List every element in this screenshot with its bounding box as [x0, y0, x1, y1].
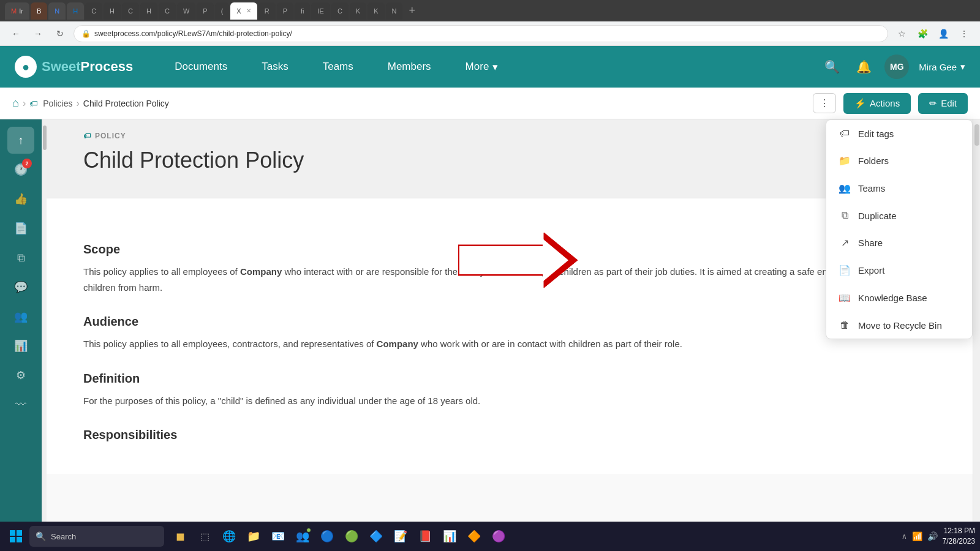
- browser-toolbar: ← → ↻ 🔒 sweetprocess.com/policy/RLewS7Am…: [0, 21, 980, 46]
- taskbar-taskview-icon[interactable]: ⬚: [194, 525, 216, 547]
- sidebar-upload-icon[interactable]: ↑: [7, 127, 34, 154]
- profile-btn[interactable]: 👤: [935, 25, 952, 42]
- taskbar-acrobat-icon[interactable]: 📕: [414, 525, 436, 547]
- tab-20[interactable]: K: [368, 2, 384, 20]
- user-avatar[interactable]: MG: [884, 54, 909, 79]
- nav-tasks[interactable]: Tasks: [244, 46, 305, 88]
- start-button[interactable]: [5, 525, 27, 547]
- taskbar-wifi-icon[interactable]: 📶: [912, 531, 922, 541]
- tab-19[interactable]: K: [350, 2, 366, 20]
- policy-label: 🏷 POLICY: [83, 132, 936, 140]
- breadcrumb-policies[interactable]: 🏷 Policies: [29, 99, 72, 108]
- right-scroll-thumb[interactable]: [974, 124, 979, 146]
- breadcrumb-sep-2: ›: [76, 98, 79, 109]
- bookmark-btn[interactable]: ☆: [893, 25, 910, 42]
- nav-more[interactable]: More ▾: [448, 46, 516, 88]
- tab-16[interactable]: fi: [295, 2, 311, 20]
- actions-button[interactable]: ⚡ Actions: [843, 93, 911, 114]
- breadcrumb-home[interactable]: ⌂: [12, 97, 19, 110]
- tab-9[interactable]: C: [159, 2, 176, 20]
- tab-18[interactable]: C: [331, 2, 349, 20]
- taskbar-app3-icon[interactable]: 🟣: [488, 525, 510, 547]
- sidebar-badge: 2: [22, 159, 32, 168]
- search-icon: 🔍: [36, 531, 46, 541]
- taskbar-widgets-icon[interactable]: ◼: [169, 525, 191, 547]
- scroll-track[interactable]: [42, 119, 47, 523]
- extensions-btn[interactable]: 🧩: [914, 25, 931, 42]
- dropdown-edit-tags[interactable]: 🏷 Edit tags: [826, 120, 972, 147]
- tab-12[interactable]: (: [215, 2, 230, 20]
- more-btn[interactable]: ⋮: [956, 25, 973, 42]
- svg-rect-4: [17, 530, 22, 536]
- tab-8[interactable]: H: [140, 2, 157, 20]
- nav-teams[interactable]: Teams: [306, 46, 371, 88]
- tab-6[interactable]: H: [104, 2, 121, 20]
- nav-documents[interactable]: Documents: [157, 46, 244, 88]
- definition-heading: Definition: [83, 372, 936, 386]
- taskbar-teams-icon[interactable]: 👥: [292, 525, 314, 547]
- tab-2[interactable]: B: [31, 2, 47, 20]
- tab-15[interactable]: P: [277, 2, 293, 20]
- dropdown-share[interactable]: ↗ Share: [826, 229, 972, 257]
- sidebar-wave-icon[interactable]: 〰: [7, 391, 34, 418]
- tab-14[interactable]: R: [258, 2, 276, 20]
- policy-title: Child Protection Policy: [83, 148, 936, 173]
- breadcrumb-current: Child Protection Policy: [83, 99, 169, 108]
- tab-active[interactable]: X ✕: [230, 2, 257, 20]
- tab-11[interactable]: P: [197, 2, 213, 20]
- taskbar-excel-icon[interactable]: 📊: [439, 525, 461, 547]
- sidebar-document-icon[interactable]: 📄: [7, 215, 34, 242]
- tab-3[interactable]: N: [48, 2, 66, 20]
- dropdown-export[interactable]: 📄 Export: [826, 257, 972, 284]
- sidebar-clock-icon[interactable]: 🕐 2: [7, 156, 34, 183]
- dropdown-duplicate[interactable]: ⧉ Duplicate: [826, 202, 972, 229]
- tab-17[interactable]: IE: [311, 2, 330, 20]
- browser-tabs: M Ir B N H C H C H C W P ( X ✕ R P fi IE…: [0, 0, 980, 21]
- tab-7[interactable]: C: [122, 2, 139, 20]
- scope-text: This policy applies to all employees of …: [83, 264, 936, 295]
- taskbar-explorer-icon[interactable]: 📁: [243, 525, 265, 547]
- edit-icon: ✏: [929, 98, 937, 109]
- search-icon[interactable]: 🔍: [821, 56, 843, 78]
- taskbar-volume-icon[interactable]: 🔊: [927, 531, 938, 541]
- address-text: sweetprocess.com/policy/RLewS7Am/child-p…: [94, 29, 292, 38]
- reload-btn[interactable]: ↻: [51, 25, 69, 42]
- taskbar-app1-icon[interactable]: 🔷: [365, 525, 387, 547]
- right-scrollbar[interactable]: [973, 119, 980, 523]
- tab-21[interactable]: N: [386, 2, 403, 20]
- new-tab-btn[interactable]: +: [409, 4, 415, 17]
- nav-members[interactable]: Members: [371, 46, 448, 88]
- forward-btn[interactable]: →: [29, 25, 47, 42]
- sidebar-chart-icon[interactable]: 📊: [7, 332, 34, 359]
- notification-icon[interactable]: 🔔: [853, 56, 875, 78]
- address-bar[interactable]: 🔒 sweetprocess.com/policy/RLewS7Am/child…: [74, 25, 888, 42]
- taskbar-browser-icon[interactable]: 🔵: [316, 525, 338, 547]
- dots-button[interactable]: ⋮: [813, 93, 836, 113]
- taskbar-search-bar[interactable]: 🔍 Search: [29, 526, 164, 547]
- sidebar: ↑ 🕐 2 👍 📄 ⧉ 💬 👥 📊 ⚙ 〰: [0, 119, 42, 523]
- tab-gmail[interactable]: M Ir: [5, 2, 29, 20]
- taskbar-edge-icon[interactable]: 🌐: [218, 525, 240, 547]
- tab-5[interactable]: C: [85, 2, 102, 20]
- taskbar-word-icon[interactable]: 📝: [390, 525, 412, 547]
- dropdown-teams[interactable]: 👥 Teams: [826, 174, 972, 202]
- sidebar-gear-icon[interactable]: ⚙: [7, 362, 34, 389]
- taskbar-chrome-icon[interactable]: 🟢: [341, 525, 363, 547]
- edit-button[interactable]: ✏ Edit: [918, 93, 968, 114]
- sidebar-team-icon[interactable]: 👥: [7, 303, 34, 330]
- dropdown-folders[interactable]: 📁 Folders: [826, 147, 972, 174]
- tab-4[interactable]: H: [67, 2, 84, 20]
- folder-icon: 📁: [839, 155, 851, 167]
- sidebar-chat-icon[interactable]: 💬: [7, 274, 34, 301]
- dropdown-knowledge-base[interactable]: 📖 Knowledge Base: [826, 284, 972, 312]
- sidebar-like-icon[interactable]: 👍: [7, 186, 34, 212]
- taskbar-chevron-icon[interactable]: ∧: [902, 532, 907, 541]
- back-btn[interactable]: ←: [7, 25, 24, 42]
- taskbar-mail-icon[interactable]: 📧: [267, 525, 289, 547]
- taskbar-app2-icon[interactable]: 🔶: [463, 525, 485, 547]
- sidebar-copy-icon[interactable]: ⧉: [7, 244, 34, 271]
- dropdown-recycle-bin[interactable]: 🗑 Move to Recycle Bin: [826, 312, 972, 339]
- user-name-display[interactable]: Mira Gee ▾: [919, 61, 965, 72]
- tab-10[interactable]: W: [177, 2, 195, 20]
- audience-heading: Audience: [83, 315, 936, 329]
